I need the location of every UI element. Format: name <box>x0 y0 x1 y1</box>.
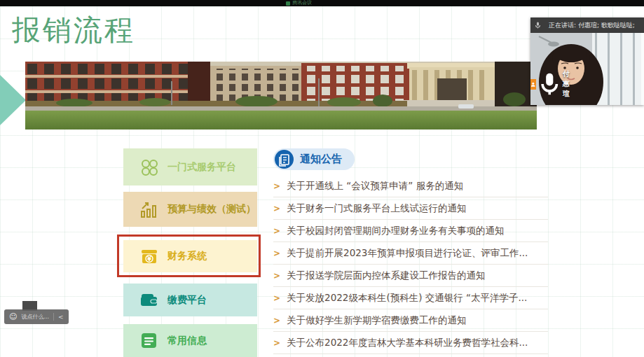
notices-header[interactable]: 通知公告 <box>273 148 355 170</box>
participant-name-bar: 付惠瑄 <box>530 69 573 99</box>
sidebar-item-label: 财务系统 <box>167 250 207 262</box>
notice-item-title: 关于提前开展2023年预算申报项目进行论证、评审工作... <box>287 247 528 260</box>
chevron-right-icon: > <box>273 226 280 236</box>
notice-item-title: 关于报送学院层面内控体系建设工作报告的通知 <box>287 270 486 282</box>
notice-item-title: 关于开通线上 “会议预算申请” 服务的通知 <box>287 180 463 192</box>
notice-item-title: 关于公布2022年度吉林大学基本科研业务费哲学社会科... <box>287 337 528 349</box>
notice-item[interactable]: > 关于做好学生新学期学宿费缴费工作的通知 <box>273 309 548 332</box>
shield-icon <box>286 1 290 6</box>
sidebar-item-common-info[interactable]: 常用信息 <box>123 324 257 357</box>
meeting-app-title: 腾讯会议 <box>292 0 312 6</box>
sidebar-item-payment-platform[interactable]: 缴费平台 <box>123 284 257 316</box>
notice-item[interactable]: > 关于发放2022级本科生(预科生) 交通银行 “太平洋学子... <box>273 287 548 309</box>
sidebar-item-label: 缴费平台 <box>167 294 207 307</box>
cash-box-icon: ¥ <box>140 247 158 265</box>
notice-item[interactable]: > 关于公布2022年度吉林大学基本科研业务费哲学社会科... <box>273 332 548 354</box>
campus-photo <box>25 62 537 130</box>
chevron-right-icon: > <box>273 293 280 303</box>
yen-glyph: ¥ <box>147 256 151 262</box>
divider <box>53 313 54 321</box>
chat-input[interactable]: 说点什么... <box>21 313 49 321</box>
notice-item[interactable]: > 关于开通线上 “会议预算申请” 服务的通知 <box>273 175 548 197</box>
webcam-header[interactable]: 正在讲话: 付惠瑄; 歌歌哒哒哒; <box>530 18 644 33</box>
webcam-video: 付惠瑄 <box>530 33 644 105</box>
quick-chat-bar[interactable]: ☺ 说点什么... < <box>4 309 69 324</box>
wallet-icon <box>140 291 158 309</box>
notice-item-title: 关于校园封闭管理期间办理财务业务有关事项的通知 <box>287 225 505 237</box>
page-title: 报销流程 <box>12 11 135 50</box>
person-icon <box>530 79 536 90</box>
sidebar-item-label: 预算与绩效（测试） <box>167 203 256 216</box>
microphone-icon <box>535 21 541 29</box>
sidebar-item-finance-system[interactable]: ¥ 财务系统 <box>123 240 257 272</box>
chevron-right-icon: > <box>273 181 280 191</box>
notices-header-label: 通知公告 <box>300 153 342 166</box>
document-list-icon <box>140 332 158 350</box>
sidebar-item-one-stop-service[interactable]: 一门式服务平台 <box>123 148 257 186</box>
webcam-window: 正在讲话: 付惠瑄; 歌歌哒哒哒; <box>530 18 644 105</box>
chevron-right-icon: > <box>273 248 280 258</box>
notice-list: > 关于开通线上 “会议预算申请” 服务的通知 > 关于财务一门式服务平台上线试… <box>273 175 548 354</box>
sidebar-item-budget-performance[interactable]: 预算与绩效（测试） <box>123 192 257 227</box>
clover-grid-icon <box>140 158 158 176</box>
meeting-app-pill[interactable]: 腾讯会议 <box>286 0 312 6</box>
collapse-chevron-icon[interactable]: < <box>58 314 64 321</box>
notice-item[interactable]: > 关于报送学院层面内控体系建设工作报告的通知 <box>273 265 548 287</box>
notice-item[interactable]: > 关于提前开展2023年预算申报项目进行论证、评审工作... <box>273 242 548 265</box>
notice-item-title: 关于做好学生新学期学宿费缴费工作的通知 <box>287 314 467 327</box>
emoji-icon[interactable]: ☺ <box>9 313 17 321</box>
bar-chart-growth-icon <box>140 200 158 218</box>
avatar <box>530 79 536 90</box>
notice-item[interactable]: > 关于财务一门式服务平台上线试运行的通知 <box>273 197 548 220</box>
speaking-status: 正在讲话: 付惠瑄; 歌歌哒哒哒; <box>544 21 640 30</box>
notice-item[interactable]: > 关于校园封闭管理期间办理财务业务有关事项的通知 <box>273 220 548 242</box>
decorative-triangle <box>0 75 26 125</box>
microphone-icon <box>539 69 561 99</box>
participant-name: 付惠瑄 <box>563 69 573 99</box>
campus-photo-graphic <box>25 62 537 130</box>
sidebar-item-label: 常用信息 <box>167 335 207 347</box>
bulletin-icon <box>275 150 294 169</box>
meeting-screen-share: 腾讯会议 报销流程 <box>0 0 644 357</box>
sidebar-item-label: 一门式服务平台 <box>167 161 236 174</box>
chevron-right-icon: > <box>273 316 280 326</box>
meeting-toolbar[interactable]: 腾讯会议 <box>0 0 644 6</box>
chevron-right-icon: > <box>273 338 280 348</box>
notice-item-title: 关于发放2022级本科生(预科生) 交通银行 “太平洋学子... <box>287 292 527 304</box>
chevron-right-icon: > <box>273 204 280 214</box>
notice-item-title: 关于财务一门式服务平台上线试运行的通知 <box>287 202 467 215</box>
chevron-right-icon: > <box>273 271 280 281</box>
